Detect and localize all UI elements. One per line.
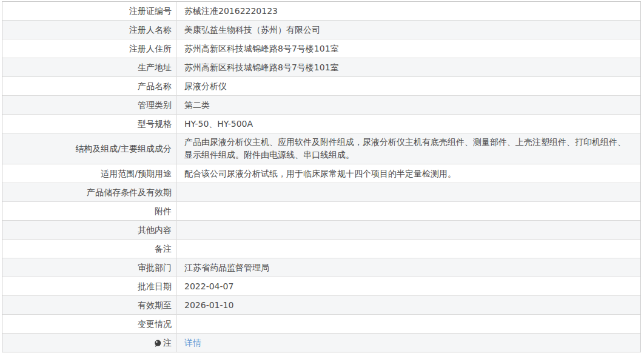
- row-label: 其他内容: [2, 221, 177, 239]
- row-label: 产品名称: [2, 77, 177, 95]
- row-value: [177, 221, 640, 239]
- row-value: 产品由尿液分析仪主机、应用软件及附件组成，尿液分析仪主机有底壳组件、测量部件、上…: [177, 133, 640, 164]
- row-label: 注: [2, 334, 177, 352]
- table-row: 有效期至 2026-01-10: [2, 296, 640, 315]
- row-label: 变更情况: [2, 315, 177, 333]
- registration-table: 注册证编号 苏械注准20162220123 注册人名称 美康弘益生物科技（苏州）…: [2, 1, 641, 352]
- row-value: 苏州高新区科技城锦峰路8号7号楼101室: [177, 39, 640, 58]
- row-value: 2022-04-07: [177, 277, 640, 295]
- row-label: 适用范围/预期用途: [2, 164, 177, 183]
- row-label: 产品储存条件及有效期: [2, 183, 177, 201]
- row-label: 批准日期: [2, 277, 177, 295]
- table-row: 产品储存条件及有效期: [2, 183, 640, 202]
- row-value: 2026-01-10: [177, 296, 640, 314]
- table-row: 备注: [2, 240, 640, 258]
- row-value: [177, 315, 640, 333]
- row-value: [177, 183, 640, 201]
- row-value: 美康弘益生物科技（苏州）有限公司: [177, 21, 640, 39]
- table-row: 附件: [2, 202, 640, 221]
- table-row: 变更情况: [2, 315, 640, 334]
- row-value: [177, 202, 640, 220]
- table-row: 生产地址 苏州高新区科技城锦峰路8号7号楼101室: [2, 58, 640, 77]
- table-row: 其他内容: [2, 221, 640, 240]
- table-row: 注册人名称 美康弘益生物科技（苏州）有限公司: [2, 21, 640, 39]
- row-label-text: 注: [163, 337, 172, 349]
- table-row: 型号规格 HY-50、HY-500A: [2, 115, 640, 133]
- row-label: 审批部门: [2, 258, 177, 277]
- row-label: 附件: [2, 202, 177, 220]
- row-value: HY-50、HY-500A: [177, 115, 640, 133]
- row-label: 注册证编号: [2, 2, 177, 20]
- row-value: 详情: [177, 334, 640, 352]
- row-value: 配合该公司尿液分析试纸，用于临床尿常规十四个项目的半定量检测用。: [177, 164, 640, 183]
- row-label: 注册人住所: [2, 39, 177, 58]
- row-label: 备注: [2, 240, 177, 258]
- table-row: 注册证编号 苏械注准20162220123: [2, 2, 640, 21]
- row-value: [177, 240, 640, 258]
- detail-link[interactable]: 详情: [184, 337, 201, 349]
- row-value: 江苏省药品监督管理局: [177, 258, 640, 277]
- table-row-note: 注 详情: [2, 334, 640, 352]
- page: 注册证编号 苏械注准20162220123 注册人名称 美康弘益生物科技（苏州）…: [0, 0, 644, 353]
- bulb-icon: [154, 340, 161, 348]
- row-value: 苏州高新区科技城锦峰路8号7号楼101室: [177, 58, 640, 76]
- row-label: 型号规格: [2, 115, 177, 133]
- table-row: 审批部门 江苏省药品监督管理局: [2, 258, 640, 277]
- row-label: 注册人名称: [2, 21, 177, 39]
- table-row: 适用范围/预期用途 配合该公司尿液分析试纸，用于临床尿常规十四个项目的半定量检测…: [2, 164, 640, 183]
- row-label: 结构及组成/主要组成成分: [2, 133, 177, 164]
- table-row: 结构及组成/主要组成成分 产品由尿液分析仪主机、应用软件及附件组成，尿液分析仪主…: [2, 133, 640, 164]
- table-row: 管理类别 第二类: [2, 96, 640, 115]
- row-value: 苏械注准20162220123: [177, 2, 640, 20]
- row-value: 尿液分析仪: [177, 77, 640, 95]
- table-row: 产品名称 尿液分析仪: [2, 77, 640, 96]
- row-label: 生产地址: [2, 58, 177, 76]
- row-label: 管理类别: [2, 96, 177, 114]
- row-value: 第二类: [177, 96, 640, 114]
- table-row: 批准日期 2022-04-07: [2, 277, 640, 296]
- row-label: 有效期至: [2, 296, 177, 314]
- table-row: 注册人住所 苏州高新区科技城锦峰路8号7号楼101室: [2, 39, 640, 58]
